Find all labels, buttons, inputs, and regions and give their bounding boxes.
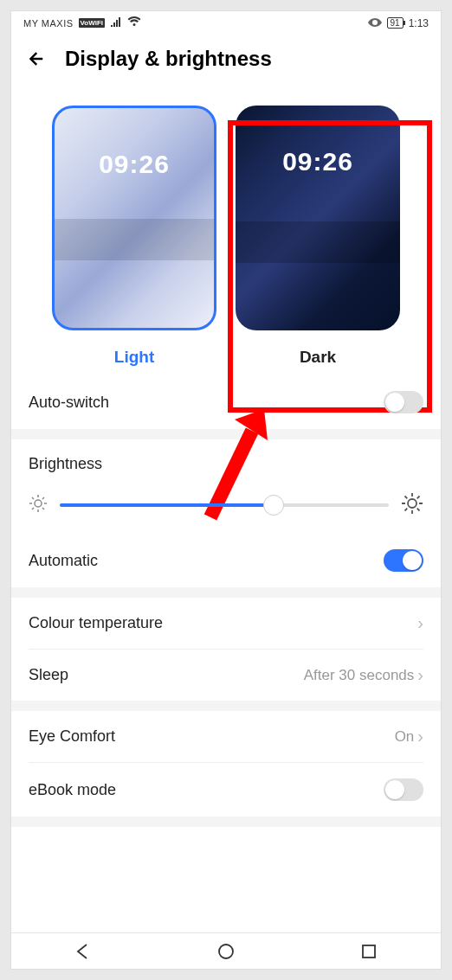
brightness-high-icon [401, 492, 423, 518]
theme-selector: 09:26 Light 09:26 Dark [11, 81, 441, 375]
eye-comfort-label: Eye Comfort [29, 727, 115, 746]
auto-switch-toggle[interactable] [384, 391, 423, 413]
wifi-icon [127, 16, 141, 29]
colour-temperature-label: Colour temperature [29, 614, 163, 632]
svg-point-2 [219, 945, 233, 958]
status-bar: MY MAXIS VoWiFi 91 1:13 [11, 11, 441, 31]
preview-time-dark: 09:26 [282, 147, 353, 176]
clock-time: 1:13 [409, 17, 429, 29]
sleep-label: Sleep [29, 666, 68, 684]
theme-label-light: Light [114, 348, 154, 367]
ebook-mode-toggle[interactable] [384, 778, 423, 801]
colour-temperature-row[interactable]: Colour temperature › [11, 598, 441, 649]
automatic-label: Automatic [29, 552, 98, 570]
auto-switch-row: Auto-switch [11, 375, 441, 429]
sleep-row[interactable]: Sleep After 30 seconds › [11, 650, 441, 701]
eye-comfort-value: On [395, 728, 415, 746]
svg-rect-3 [363, 945, 375, 958]
ebook-mode-row: eBook mode [11, 763, 441, 817]
battery-indicator: 91 [387, 17, 404, 29]
theme-option-light[interactable]: 09:26 Light [48, 106, 220, 367]
ebook-mode-label: eBook mode [29, 781, 116, 799]
automatic-row: Automatic [11, 534, 441, 587]
preview-time-light: 09:26 [99, 150, 170, 179]
sleep-value: After 30 seconds [304, 667, 415, 684]
page-title: Display & brightness [65, 47, 272, 71]
auto-switch-label: Auto-switch [29, 394, 109, 412]
page-header: Display & brightness [11, 31, 441, 81]
preview-widget-light [55, 219, 214, 260]
svg-point-0 [35, 500, 42, 507]
carrier-label: MY MAXIS [23, 18, 74, 29]
eye-icon [368, 17, 382, 29]
theme-option-dark[interactable]: 09:26 Dark [232, 106, 404, 367]
back-icon[interactable] [25, 47, 49, 71]
preview-widget-dark [236, 221, 400, 263]
nav-home-icon[interactable] [216, 942, 236, 961]
brightness-slider[interactable] [60, 495, 389, 516]
navigation-bar [11, 932, 441, 969]
brightness-section: Brightness [11, 439, 441, 534]
brightness-label: Brightness [29, 455, 423, 473]
automatic-toggle[interactable] [384, 549, 423, 572]
signal-icon [110, 16, 122, 29]
theme-label-dark: Dark [300, 348, 336, 367]
chevron-right-icon: › [417, 727, 423, 746]
brightness-low-icon [29, 494, 48, 516]
nav-recent-icon[interactable] [359, 942, 378, 961]
nav-back-icon[interactable] [74, 942, 93, 961]
chevron-right-icon: › [417, 665, 423, 685]
svg-point-1 [408, 499, 416, 508]
vowifi-badge: VoWiFi [79, 18, 105, 28]
eye-comfort-row[interactable]: Eye Comfort On › [11, 711, 441, 762]
chevron-right-icon: › [417, 613, 423, 633]
